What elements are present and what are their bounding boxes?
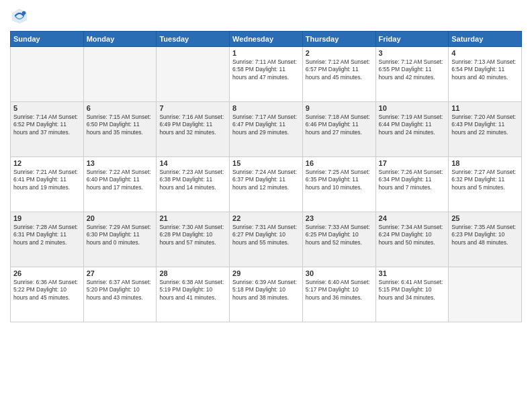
- weekday-sunday: Sunday: [11, 32, 84, 47]
- day-number: 15: [232, 159, 300, 167]
- day-info: Sunrise: 7:20 AM Sunset: 6:43 PM Dayligh…: [451, 113, 519, 136]
- day-info: Sunrise: 7:19 AM Sunset: 6:44 PM Dayligh…: [379, 113, 446, 136]
- calendar-cell: 3Sunrise: 7:12 AM Sunset: 6:55 PM Daylig…: [375, 47, 449, 102]
- calendar-cell: 17Sunrise: 7:26 AM Sunset: 6:34 PM Dayli…: [375, 157, 449, 212]
- day-number: 12: [13, 159, 81, 167]
- day-info: Sunrise: 7:15 AM Sunset: 6:50 PM Dayligh…: [87, 113, 154, 136]
- day-info: Sunrise: 7:33 AM Sunset: 6:25 PM Dayligh…: [306, 224, 373, 246]
- calendar-cell: [83, 47, 157, 102]
- day-number: 10: [379, 104, 446, 112]
- calendar-cell: 16Sunrise: 7:25 AM Sunset: 6:35 PM Dayli…: [302, 157, 375, 212]
- day-number: 9: [306, 104, 373, 112]
- weekday-header-row: SundayMondayTuesdayWednesdayThursdayFrid…: [11, 32, 522, 47]
- day-info: Sunrise: 7:12 AM Sunset: 6:57 PM Dayligh…: [306, 58, 373, 81]
- calendar-cell: 8Sunrise: 7:17 AM Sunset: 6:47 PM Daylig…: [230, 102, 303, 157]
- logo-icon: [10, 7, 29, 26]
- day-info: Sunrise: 7:11 AM Sunset: 6:58 PM Dayligh…: [232, 58, 300, 81]
- calendar-table: SundayMondayTuesdayWednesdayThursdayFrid…: [10, 31, 522, 322]
- day-number: 28: [159, 269, 226, 277]
- day-info: Sunrise: 7:16 AM Sunset: 6:49 PM Dayligh…: [159, 113, 226, 136]
- calendar-cell: 21Sunrise: 7:30 AM Sunset: 6:28 PM Dayli…: [157, 212, 230, 267]
- day-info: Sunrise: 7:18 AM Sunset: 6:46 PM Dayligh…: [306, 113, 373, 136]
- weekday-friday: Friday: [375, 32, 449, 47]
- calendar-cell: 26Sunrise: 6:36 AM Sunset: 5:22 PM Dayli…: [11, 267, 84, 322]
- calendar-cell: 12Sunrise: 7:21 AM Sunset: 6:41 PM Dayli…: [11, 157, 84, 212]
- header: [10, 7, 522, 26]
- day-number: 24: [379, 214, 446, 222]
- day-info: Sunrise: 7:35 AM Sunset: 6:23 PM Dayligh…: [451, 224, 519, 246]
- day-number: 16: [306, 159, 373, 167]
- day-info: Sunrise: 7:23 AM Sunset: 6:38 PM Dayligh…: [159, 169, 226, 191]
- day-info: Sunrise: 7:25 AM Sunset: 6:35 PM Dayligh…: [306, 169, 373, 191]
- calendar-week-4: 19Sunrise: 7:28 AM Sunset: 6:31 PM Dayli…: [11, 212, 522, 267]
- day-info: Sunrise: 7:27 AM Sunset: 6:32 PM Dayligh…: [451, 169, 519, 191]
- calendar-week-3: 12Sunrise: 7:21 AM Sunset: 6:41 PM Dayli…: [11, 157, 522, 212]
- day-number: 8: [232, 104, 300, 112]
- day-number: 11: [451, 104, 519, 112]
- day-info: Sunrise: 6:39 AM Sunset: 5:18 PM Dayligh…: [232, 279, 300, 302]
- day-number: 27: [87, 269, 154, 277]
- calendar-cell: 22Sunrise: 7:31 AM Sunset: 6:27 PM Dayli…: [230, 212, 303, 267]
- calendar-cell: [449, 267, 522, 322]
- day-info: Sunrise: 7:29 AM Sunset: 6:30 PM Dayligh…: [87, 224, 154, 246]
- calendar-cell: 28Sunrise: 6:38 AM Sunset: 5:19 PM Dayli…: [157, 267, 230, 322]
- day-number: 29: [232, 269, 300, 277]
- day-info: Sunrise: 7:13 AM Sunset: 6:54 PM Dayligh…: [451, 58, 519, 81]
- day-info: Sunrise: 7:21 AM Sunset: 6:41 PM Dayligh…: [13, 169, 81, 191]
- calendar-week-2: 5Sunrise: 7:14 AM Sunset: 6:52 PM Daylig…: [11, 102, 522, 157]
- day-number: 6: [87, 104, 154, 112]
- day-info: Sunrise: 7:17 AM Sunset: 6:47 PM Dayligh…: [232, 113, 300, 136]
- day-info: Sunrise: 6:40 AM Sunset: 5:17 PM Dayligh…: [306, 279, 373, 302]
- day-info: Sunrise: 7:24 AM Sunset: 6:37 PM Dayligh…: [232, 169, 300, 191]
- calendar-cell: 14Sunrise: 7:23 AM Sunset: 6:38 PM Dayli…: [157, 157, 230, 212]
- day-number: 13: [87, 159, 154, 167]
- day-number: 22: [232, 214, 300, 222]
- day-number: 18: [451, 159, 519, 167]
- day-info: Sunrise: 6:36 AM Sunset: 5:22 PM Dayligh…: [13, 279, 81, 302]
- day-number: 25: [451, 214, 519, 222]
- calendar-cell: 15Sunrise: 7:24 AM Sunset: 6:37 PM Dayli…: [230, 157, 303, 212]
- day-number: 21: [159, 214, 226, 222]
- calendar-cell: 25Sunrise: 7:35 AM Sunset: 6:23 PM Dayli…: [449, 212, 522, 267]
- svg-point-1: [22, 11, 26, 15]
- day-info: Sunrise: 7:31 AM Sunset: 6:27 PM Dayligh…: [232, 224, 300, 246]
- weekday-tuesday: Tuesday: [157, 32, 230, 47]
- day-info: Sunrise: 6:38 AM Sunset: 5:19 PM Dayligh…: [159, 279, 226, 302]
- day-number: 14: [159, 159, 226, 167]
- day-number: 30: [306, 269, 373, 277]
- day-info: Sunrise: 7:34 AM Sunset: 6:24 PM Dayligh…: [379, 224, 446, 246]
- day-number: 17: [379, 159, 446, 167]
- calendar-cell: 10Sunrise: 7:19 AM Sunset: 6:44 PM Dayli…: [375, 102, 449, 157]
- day-number: 7: [159, 104, 226, 112]
- calendar-cell: 18Sunrise: 7:27 AM Sunset: 6:32 PM Dayli…: [449, 157, 522, 212]
- calendar-cell: 9Sunrise: 7:18 AM Sunset: 6:46 PM Daylig…: [302, 102, 375, 157]
- day-number: 3: [379, 49, 446, 57]
- calendar-cell: 4Sunrise: 7:13 AM Sunset: 6:54 PM Daylig…: [449, 47, 522, 102]
- day-number: 23: [306, 214, 373, 222]
- day-number: 5: [13, 104, 81, 112]
- calendar-cell: 6Sunrise: 7:15 AM Sunset: 6:50 PM Daylig…: [83, 102, 157, 157]
- day-number: 1: [232, 49, 300, 57]
- page: SundayMondayTuesdayWednesdayThursdayFrid…: [0, 0, 532, 411]
- day-info: Sunrise: 7:12 AM Sunset: 6:55 PM Dayligh…: [379, 58, 446, 81]
- day-info: Sunrise: 7:26 AM Sunset: 6:34 PM Dayligh…: [379, 169, 446, 191]
- day-number: 31: [379, 269, 446, 277]
- calendar-cell: 11Sunrise: 7:20 AM Sunset: 6:43 PM Dayli…: [449, 102, 522, 157]
- calendar-cell: 30Sunrise: 6:40 AM Sunset: 5:17 PM Dayli…: [302, 267, 375, 322]
- weekday-wednesday: Wednesday: [230, 32, 303, 47]
- calendar-cell: 31Sunrise: 6:41 AM Sunset: 5:15 PM Dayli…: [375, 267, 449, 322]
- day-number: 20: [87, 214, 154, 222]
- day-info: Sunrise: 6:37 AM Sunset: 5:20 PM Dayligh…: [87, 279, 154, 302]
- calendar-cell: 29Sunrise: 6:39 AM Sunset: 5:18 PM Dayli…: [230, 267, 303, 322]
- day-info: Sunrise: 7:28 AM Sunset: 6:31 PM Dayligh…: [13, 224, 81, 246]
- calendar-cell: 24Sunrise: 7:34 AM Sunset: 6:24 PM Dayli…: [375, 212, 449, 267]
- calendar-cell: 2Sunrise: 7:12 AM Sunset: 6:57 PM Daylig…: [302, 47, 375, 102]
- calendar-week-5: 26Sunrise: 6:36 AM Sunset: 5:22 PM Dayli…: [11, 267, 522, 322]
- calendar-cell: 13Sunrise: 7:22 AM Sunset: 6:40 PM Dayli…: [83, 157, 157, 212]
- calendar-cell: 1Sunrise: 7:11 AM Sunset: 6:58 PM Daylig…: [230, 47, 303, 102]
- calendar-cell: 5Sunrise: 7:14 AM Sunset: 6:52 PM Daylig…: [11, 102, 84, 157]
- svg-marker-0: [12, 9, 27, 24]
- calendar-cell: 23Sunrise: 7:33 AM Sunset: 6:25 PM Dayli…: [302, 212, 375, 267]
- day-number: 26: [13, 269, 81, 277]
- calendar-cell: [11, 47, 84, 102]
